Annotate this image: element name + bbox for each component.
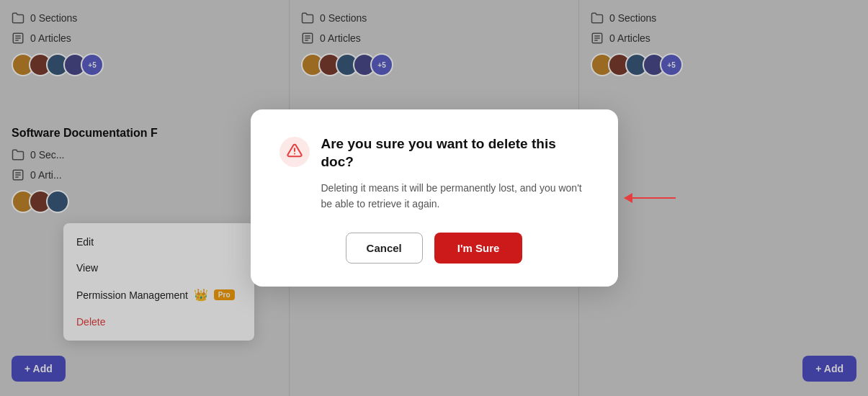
delete-confirmation-modal: Are you sure you want to delete this doc… [251,109,618,286]
confirm-delete-button[interactable]: I'm Sure [434,233,523,264]
warning-icon-wrap [279,137,310,167]
arrow-head [624,193,632,203]
modal-title: Are you sure you want to delete this doc… [321,135,589,171]
arrow-indicator [624,193,676,203]
modal-body: Deleting it means it will be permanently… [321,180,589,212]
arrow-line [632,197,676,199]
warning-triangle-icon [287,143,303,162]
cancel-button[interactable]: Cancel [346,233,423,264]
modal-actions: Cancel I'm Sure [279,233,589,264]
modal-header: Are you sure you want to delete this doc… [279,135,589,171]
modal-overlay: Are you sure you want to delete this doc… [0,0,868,396]
